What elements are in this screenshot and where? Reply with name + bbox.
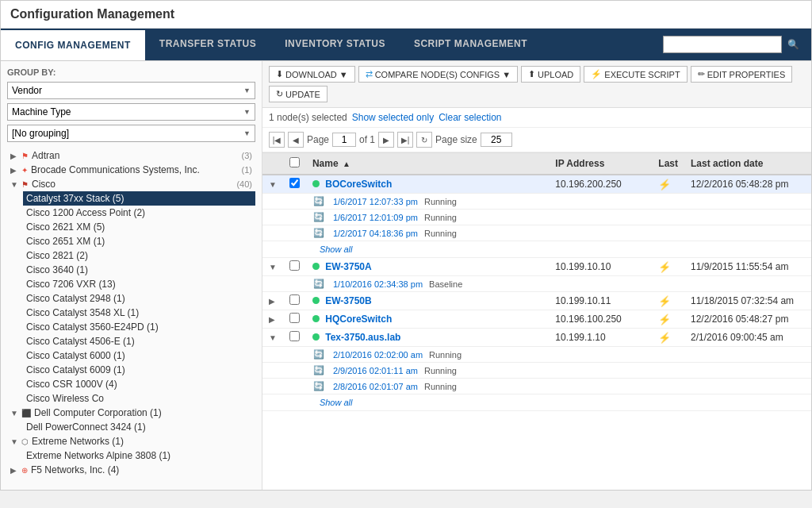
2621-label: Cisco 2621 XM (5) — [26, 221, 252, 233]
col-expand-header — [262, 153, 283, 175]
tree-item-6000[interactable]: Cisco Catalyst 6000 (1) — [23, 348, 255, 363]
page-last-button[interactable]: ▶| — [397, 132, 413, 148]
device-link-ew3750b[interactable]: EW-3750B — [325, 295, 371, 306]
search-input[interactable] — [663, 36, 782, 53]
grouping-select-wrapper: [No grouping] — [7, 125, 255, 142]
page-next-button[interactable]: ▶ — [378, 132, 394, 148]
content-area: ⬇ DOWNLOAD ▼ ⇄ COMPARE NODE(S) CONFIGS ▼… — [262, 61, 811, 490]
tree-item-extreme[interactable]: ▼ ⬡ Extreme Networks (1) — [7, 434, 255, 448]
tree-item-7206[interactable]: Cisco 7206 VXR (13) — [23, 277, 255, 291]
tree-item-wireless[interactable]: Cisco Wireless Co — [23, 391, 255, 406]
config-icon-tex-3: 🔄 — [313, 381, 324, 391]
2821-label: Cisco 2821 (2) — [26, 250, 252, 261]
edit-button[interactable]: ✏ EDIT PROPERTIES — [691, 66, 793, 83]
tree-item-adtran[interactable]: ▶ ⚑ Adtran (3) — [7, 148, 255, 163]
clear-selection-link[interactable]: Clear selection — [439, 112, 501, 123]
tree-item-6009[interactable]: Cisco Catalyst 6009 (1) — [23, 363, 255, 377]
pagination: |◀ ◀ Page of 1 ▶ ▶| ↻ Page size — [262, 128, 811, 152]
config-icon-tex-1: 🔄 — [313, 349, 324, 360]
execute-button[interactable]: ⚡ EXECUTE SCRIPT — [584, 66, 687, 83]
show-all-link-tex[interactable]: Show all — [313, 398, 353, 407]
col-name-header[interactable]: Name ▲ — [306, 153, 549, 175]
wireless-label: Cisco Wireless Co — [26, 393, 252, 404]
tree-item-csr[interactable]: Cisco CSR 1000V (4) — [23, 377, 255, 391]
device-link-ew3750a[interactable]: EW-3750A — [325, 261, 371, 272]
date-cell-tex: 2/1/2016 09:00:45 am — [684, 329, 811, 347]
status-dot-hq — [312, 315, 320, 322]
table-row: 🔄 1/2/2017 04:18:36 pm Running — [262, 225, 811, 241]
row-checkbox-hq[interactable] — [289, 313, 300, 323]
tree-item-dell-pc[interactable]: Dell PowerConnect 3424 (1) — [23, 420, 255, 434]
config-icon-2: 🔄 — [313, 212, 324, 222]
page-refresh-button[interactable]: ↻ — [416, 132, 432, 148]
tree-item-2821[interactable]: Cisco 2821 (2) — [23, 248, 255, 263]
select-all-checkbox[interactable] — [289, 157, 300, 167]
show-all-link-bo[interactable]: Show all — [313, 244, 353, 254]
device-link-hq[interactable]: HQCoreSwitch — [325, 314, 392, 325]
expand-button-tex[interactable]: ▼ — [269, 333, 277, 342]
row-checkbox-tex[interactable] — [289, 331, 300, 341]
download-button[interactable]: ⬇ DOWNLOAD ▼ — [269, 66, 355, 83]
tab-config[interactable]: CONFIG MANAGEMENT — [1, 29, 145, 60]
date-cell-bo: 12/2/2016 05:48:28 pm — [684, 175, 811, 194]
expand-button-hq[interactable]: ▶ — [269, 315, 275, 324]
tree-item-2651[interactable]: Cisco 2651 XM (1) — [23, 234, 255, 248]
tree-item-brocade[interactable]: ▶ ✦ Brocade Communications Systems, Inc.… — [7, 163, 255, 177]
tree-item-3640[interactable]: Cisco 3640 (1) — [23, 263, 255, 277]
name-cell-hq: HQCoreSwitch — [306, 310, 549, 329]
last-cell-ew3750b: ⚡ — [652, 292, 684, 310]
config-link-tex-3[interactable]: 2/8/2016 02:01:07 am — [333, 382, 418, 391]
row-checkbox-bo[interactable] — [289, 178, 300, 188]
lightning-icon-tex: ⚡ — [658, 332, 671, 344]
name-cell-ew3750a: EW-3750A — [306, 258, 549, 276]
row-checkbox-ew3750a[interactable] — [289, 260, 300, 271]
tree-item-f5[interactable]: ▶ ⊕ F5 Networks, Inc. (4) — [7, 463, 255, 477]
baseline-badge-1: Baseline — [429, 279, 462, 289]
show-selected-link[interactable]: Show selected only — [352, 112, 434, 123]
vendor-select[interactable]: Vendor — [7, 82, 255, 99]
cisco-label: Cisco — [32, 179, 233, 190]
page-size-input[interactable] — [481, 133, 512, 147]
config-link-1[interactable]: 1/6/2017 12:07:33 pm — [333, 197, 418, 206]
row-checkbox-ew3750b[interactable] — [289, 294, 300, 305]
running-badge-3: Running — [424, 229, 457, 238]
download-dropdown-icon: ▼ — [339, 70, 348, 79]
grouping-select[interactable]: [No grouping] — [7, 125, 255, 142]
compare-button[interactable]: ⇄ COMPARE NODE(S) CONFIGS ▼ — [358, 66, 518, 83]
tree-item-3548[interactable]: Cisco Catalyst 3548 XL (1) — [23, 306, 255, 320]
page-prev-button[interactable]: ◀ — [288, 132, 304, 148]
child-indent-tex-4 — [262, 394, 283, 411]
child-showall-1: Show all — [283, 241, 811, 258]
update-button[interactable]: ↻ UPDATE — [269, 86, 327, 102]
tree-item-2948[interactable]: Cisco Catalyst 2948 (1) — [23, 291, 255, 306]
upload-button[interactable]: ⬆ UPLOAD — [521, 66, 580, 83]
config-link-ew3750a-1[interactable]: 1/10/2016 02:34:38 pm — [333, 279, 423, 289]
device-link-bo[interactable]: BOCoreSwitch — [325, 179, 392, 190]
tab-transfer[interactable]: TRANSFER STATUS — [145, 29, 270, 60]
running-badge-tex-3: Running — [424, 382, 457, 391]
config-link-tex-1[interactable]: 2/10/2016 02:02:00 am — [333, 350, 423, 360]
machine-select[interactable]: Machine Type — [7, 103, 255, 121]
tree-item-cat37[interactable]: Catalyst 37xx Stack (5) — [23, 191, 255, 206]
config-link-2[interactable]: 1/6/2017 12:01:09 pm — [333, 213, 418, 222]
device-link-tex[interactable]: Tex-3750.aus.lab — [325, 332, 400, 343]
tree-item-4506[interactable]: Cisco Catalyst 4506-E (1) — [23, 334, 255, 348]
page-first-button[interactable]: |◀ — [269, 132, 285, 148]
config-link-3[interactable]: 1/2/2017 04:18:36 pm — [333, 229, 418, 238]
tree-item-2621[interactable]: Cisco 2621 XM (5) — [23, 220, 255, 234]
date-cell-hq: 12/2/2016 05:48:27 pm — [684, 310, 811, 329]
page-input[interactable] — [332, 133, 356, 147]
name-cell: BOCoreSwitch — [306, 175, 549, 194]
tree-item-extreme-alpine[interactable]: Extreme Networks Alpine 3808 (1) — [23, 448, 255, 463]
expand-button-ew3750b[interactable]: ▶ — [269, 297, 275, 306]
tree-item-dell[interactable]: ▼ ⬛ Dell Computer Corporation (1) — [7, 406, 255, 420]
config-link-tex-2[interactable]: 2/9/2016 02:01:11 am — [333, 366, 418, 375]
expand-button-ew3750a[interactable]: ▼ — [269, 263, 277, 271]
tab-script[interactable]: SCRIPT MANAGEMENT — [400, 29, 542, 60]
tree-item-cisco[interactable]: ▼ ⚑ Cisco (40) — [7, 177, 255, 191]
search-button[interactable]: 🔍 — [782, 37, 805, 52]
tab-inventory[interactable]: INVENTORY STATUS — [270, 29, 400, 60]
expand-button-bo[interactable]: ▼ — [269, 180, 277, 189]
tree-item-1200[interactable]: Cisco 1200 Access Point (2) — [23, 206, 255, 220]
tree-item-3560[interactable]: Cisco Catalyst 3560-E24PD (1) — [23, 320, 255, 334]
